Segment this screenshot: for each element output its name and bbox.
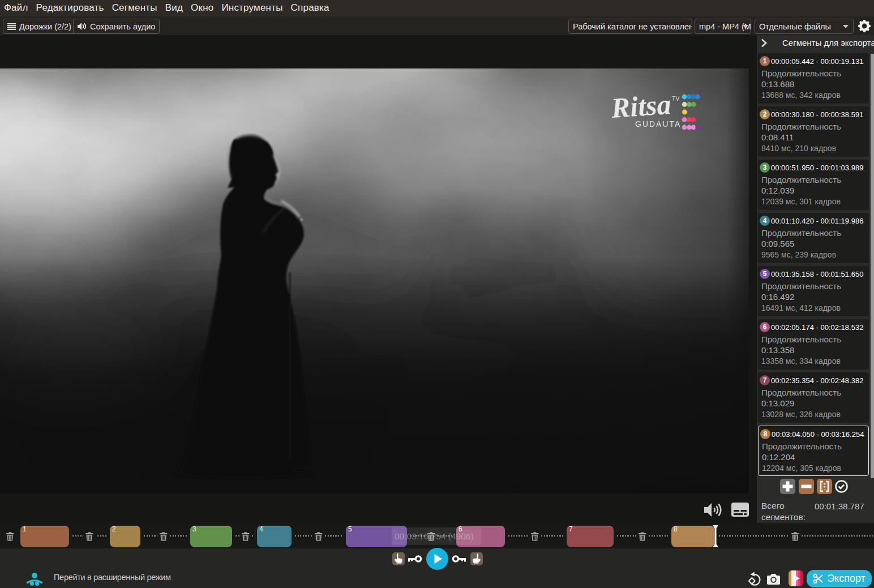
svg-text:GUDAUTA: GUDAUTA <box>635 119 681 128</box>
svg-text:TV: TV <box>672 95 679 102</box>
